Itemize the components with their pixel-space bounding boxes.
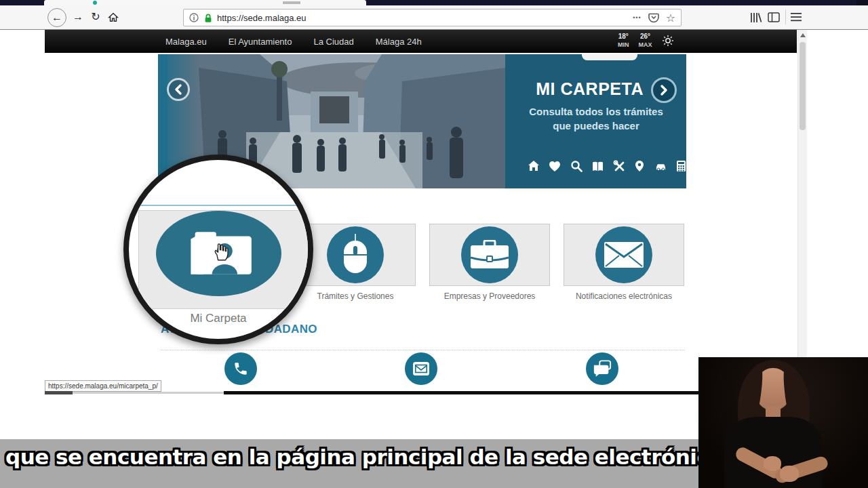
screen: ← → ↻ https://sede.malaga.eu ••• ☆ Malag… <box>0 0 868 488</box>
scrollbar-up-arrow[interactable] <box>800 33 806 37</box>
menu-icon[interactable] <box>791 13 802 22</box>
contact-chat-button[interactable] <box>586 352 618 385</box>
lock-icon <box>203 13 213 23</box>
tab-title-fragment <box>283 1 300 4</box>
nav-link-ciudad[interactable]: La Ciudad <box>313 37 353 47</box>
sun-icon <box>662 35 674 47</box>
status-bar-link-preview: https://sede.malaga.eu/micarpeta_p/ <box>45 380 161 392</box>
book-icon[interactable] <box>591 161 604 172</box>
search-icon[interactable] <box>570 160 583 172</box>
interpreter-hand <box>764 456 781 471</box>
bottom-bar-segment-light <box>73 392 224 394</box>
reload-button[interactable]: ↻ <box>87 8 104 26</box>
calculator-icon[interactable] <box>676 160 686 172</box>
envelope-icon <box>604 242 644 268</box>
magnifier-lens-mi-carpeta[interactable]: Mi Carpeta <box>123 155 313 344</box>
card-label-tramites: Trámites y Gestiones <box>295 291 416 301</box>
interpreter-hand <box>780 466 799 482</box>
tab-favicon <box>93 1 97 5</box>
slide-tab-remnant <box>582 54 637 60</box>
card-empresas[interactable] <box>429 224 550 286</box>
site-info-icon[interactable] <box>189 13 199 22</box>
contact-email-button[interactable] <box>405 352 437 385</box>
subtitle-text: que se encuentra en la página principal … <box>5 445 696 469</box>
chevron-left-icon <box>174 83 183 96</box>
nav-link-ayuntamiento[interactable]: El Ayuntamiento <box>229 37 292 47</box>
phone-icon <box>232 360 250 378</box>
back-button[interactable]: ← <box>47 8 66 27</box>
hero-quick-icons <box>528 160 686 172</box>
sign-language-interpreter-video <box>698 357 868 488</box>
weather-widget: 18° MIN 26° MAX <box>618 33 674 49</box>
temp-min: 18° MIN <box>618 33 629 49</box>
hero-left-strip <box>158 54 167 188</box>
scrollbar[interactable] <box>797 30 807 392</box>
card-label-notificaciones: Notificaciones electrónicas <box>564 291 684 301</box>
magnified-card-top-border <box>129 205 308 206</box>
card-notificaciones[interactable] <box>564 224 684 286</box>
forward-button[interactable]: → <box>69 8 87 26</box>
temp-max: 26° MAX <box>639 33 652 49</box>
chevron-right-icon <box>659 84 669 96</box>
contact-phone-button[interactable] <box>224 352 257 385</box>
email-badge-icon <box>412 361 430 376</box>
active-tab[interactable] <box>44 0 366 5</box>
scrollbar-thumb[interactable] <box>800 42 806 130</box>
hero-subtitle: Consulta todos los trámites que puedes h… <box>524 104 668 133</box>
location-icon[interactable] <box>634 160 645 172</box>
url-bar[interactable]: https://sede.malaga.eu ••• ☆ <box>183 9 682 26</box>
library-icon[interactable] <box>749 12 763 24</box>
nav-link-24h[interactable]: Málaga 24h <box>376 37 422 47</box>
carousel-next-button[interactable] <box>651 77 677 103</box>
car-icon[interactable] <box>654 161 667 171</box>
tab-bar <box>0 0 868 5</box>
chat-bubbles-icon <box>593 360 612 378</box>
carousel-prev-button[interactable] <box>167 78 190 101</box>
bookmark-star-button[interactable]: ☆ <box>666 12 675 24</box>
browser-toolbar: ← → ↻ https://sede.malaga.eu ••• ☆ <box>0 5 868 30</box>
bottom-bar-segment-dark <box>45 391 73 394</box>
page-actions-button[interactable]: ••• <box>633 14 641 21</box>
hand-cursor-icon <box>212 241 229 262</box>
home-icon <box>108 12 119 23</box>
home-button[interactable] <box>104 8 122 26</box>
toolbar-separator <box>785 9 786 24</box>
card-label-empresas: Empresas y Proveedores <box>429 291 550 301</box>
home-icon[interactable] <box>528 160 540 172</box>
sidebar-icon[interactable] <box>768 12 780 23</box>
url-text[interactable]: https://sede.malaga.eu <box>217 13 633 23</box>
mouse-icon <box>342 234 369 276</box>
subtitle-band: que se encuentra en la página principal … <box>0 439 698 488</box>
bottom-bar-segment-black <box>224 391 698 394</box>
hero-title: MI CARPETA <box>490 79 644 99</box>
nav-link-malagaeu[interactable]: Malaga.eu <box>165 37 207 47</box>
section-divider <box>161 350 685 350</box>
site-nav: Malaga.eu El Ayuntamiento La Ciudad Mála… <box>45 30 797 53</box>
briefcase-icon <box>471 240 509 270</box>
tools-icon[interactable] <box>613 160 625 172</box>
heart-icon[interactable] <box>549 161 561 172</box>
pocket-icon[interactable] <box>648 13 659 23</box>
